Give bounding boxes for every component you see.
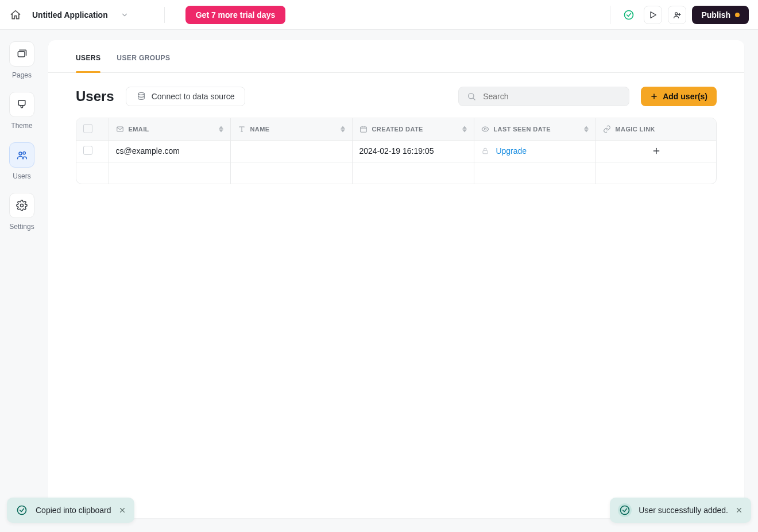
plus-icon: [650, 92, 658, 100]
add-users-label: Add user(s): [663, 92, 707, 101]
mail-icon: [116, 125, 124, 133]
sidebar-item-users[interactable]: Users: [9, 142, 34, 180]
checkbox-icon[interactable]: [83, 146, 92, 155]
svg-rect-5: [18, 52, 25, 57]
tab-user-groups[interactable]: USER GROUPS: [117, 54, 170, 72]
preview-button[interactable]: [644, 6, 662, 24]
publish-label: Publish: [701, 10, 730, 20]
column-name-label: NAME: [250, 126, 270, 133]
cell-last-seen: Upgrade: [474, 140, 595, 162]
tabs: USERS USER GROUPS: [48, 40, 744, 73]
svg-point-28: [621, 506, 629, 515]
users-icon: [16, 149, 28, 161]
search-icon: [467, 92, 476, 101]
trial-days-button[interactable]: Get 7 more trial days: [185, 6, 286, 24]
column-last-seen[interactable]: LAST SEEN DATE: [474, 118, 595, 140]
topbar: Untitled Application Get 7 more trial da…: [0, 0, 758, 30]
page-header: Users Connect to data source Add user(s): [48, 73, 744, 118]
column-select-all[interactable]: [76, 118, 109, 140]
toast-user-added-text: User successfully added.: [639, 506, 728, 515]
cell-name: [230, 140, 352, 162]
sidebar-item-pages[interactable]: Pages: [9, 41, 34, 79]
upgrade-link[interactable]: Upgrade: [496, 146, 527, 156]
column-last-seen-label: LAST SEEN DATE: [494, 126, 551, 133]
svg-point-10: [469, 94, 474, 99]
toast-clipboard: Copied into clipboard: [7, 498, 134, 523]
search-input[interactable]: [482, 91, 621, 102]
content-panel: USERS USER GROUPS Users Connect to data …: [48, 40, 744, 518]
column-created-date[interactable]: CREATED DATE: [352, 118, 474, 140]
toast-user-added: User successfully added.: [610, 498, 751, 523]
connect-data-source-button[interactable]: Connect to data source: [126, 87, 246, 106]
svg-point-8: [21, 204, 24, 207]
column-created-label: CREATED DATE: [372, 126, 423, 133]
sort-icon[interactable]: [584, 126, 589, 132]
sidebar-label-theme: Theme: [11, 122, 32, 130]
check-circle-icon: [15, 503, 29, 517]
svg-point-0: [625, 10, 633, 19]
column-magic-link[interactable]: MAGIC LINK: [595, 118, 717, 140]
plus-icon[interactable]: [652, 146, 661, 156]
tab-users[interactable]: USERS: [76, 54, 100, 72]
column-email-label: EMAIL: [129, 126, 149, 133]
status-check-icon[interactable]: [620, 6, 638, 24]
svg-point-2: [675, 13, 678, 15]
app-title-chevron-icon[interactable]: [121, 11, 129, 19]
checkbox-icon[interactable]: [83, 124, 92, 133]
paint-brush-icon: [16, 99, 28, 110]
svg-rect-17: [360, 127, 366, 132]
column-magic-label: MAGIC LINK: [616, 126, 655, 133]
sidebar-item-settings[interactable]: Settings: [9, 193, 34, 231]
cell-created: 2024-02-19 16:19:05: [352, 140, 474, 162]
table-header-row: EMAIL NAME: [76, 118, 717, 140]
sidebar-item-theme[interactable]: Theme: [9, 92, 34, 130]
sidebar-label-settings: Settings: [9, 223, 34, 231]
sort-icon[interactable]: [462, 126, 467, 132]
close-icon[interactable]: [735, 506, 743, 514]
topbar-right: Publish: [606, 6, 749, 24]
cell-magic-link[interactable]: [595, 140, 717, 162]
sort-icon[interactable]: [219, 126, 223, 132]
sort-icon[interactable]: [341, 126, 345, 132]
svg-point-7: [23, 152, 25, 154]
calendar-icon: [359, 125, 368, 133]
top-right-divider: [610, 6, 610, 24]
table-empty-row: [76, 162, 717, 184]
lock-icon: [481, 147, 489, 155]
svg-point-21: [484, 128, 486, 130]
stacked-pages-icon: [16, 48, 28, 60]
add-users-button[interactable]: Add user(s): [641, 87, 717, 106]
sidebar-label-pages: Pages: [12, 71, 32, 79]
publish-pending-dot-icon: [735, 13, 740, 17]
connect-data-source-label: Connect to data source: [152, 92, 235, 101]
svg-line-11: [473, 98, 475, 100]
top-divider: [164, 7, 165, 23]
cell-email: cs@example.com: [109, 140, 230, 162]
home-icon[interactable]: [9, 9, 22, 21]
gear-icon: [16, 200, 28, 211]
search-input-wrap[interactable]: [458, 87, 629, 106]
svg-point-25: [18, 506, 26, 515]
users-table: EMAIL NAME: [76, 118, 717, 184]
svg-rect-22: [482, 150, 487, 153]
text-icon: [238, 125, 246, 133]
publish-button[interactable]: Publish: [692, 6, 749, 24]
page-title: Users: [76, 88, 114, 104]
app-title: Untitled Application: [32, 10, 108, 20]
toast-clipboard-text: Copied into clipboard: [36, 506, 111, 515]
collaborators-button[interactable]: [668, 6, 686, 24]
eye-icon: [481, 125, 489, 133]
check-circle-icon: [618, 503, 632, 517]
svg-marker-1: [651, 11, 656, 18]
column-email[interactable]: EMAIL: [109, 118, 230, 140]
column-name[interactable]: NAME: [230, 118, 352, 140]
close-icon[interactable]: [118, 506, 126, 514]
database-icon: [137, 92, 146, 101]
link-icon: [603, 125, 611, 133]
sidebar: Pages Theme Users Se: [0, 30, 44, 532]
shell: Pages Theme Users Se: [0, 30, 758, 532]
svg-point-6: [19, 152, 22, 155]
table-row[interactable]: cs@example.com 2024-02-19 16:19:05 Upgra…: [76, 140, 717, 162]
row-select-cell[interactable]: [76, 140, 109, 162]
sidebar-label-users: Users: [13, 172, 30, 180]
